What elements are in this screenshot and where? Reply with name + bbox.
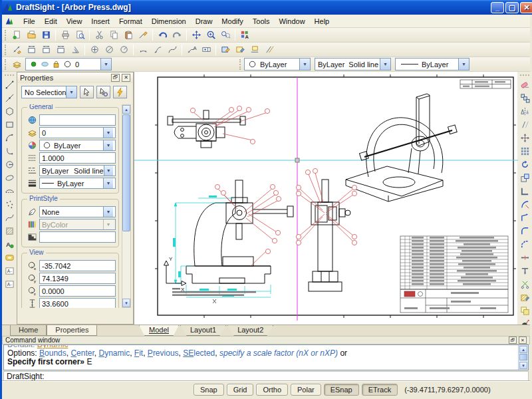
chevron-down-icon[interactable]: ▼ xyxy=(66,86,76,98)
properties-scrollbar[interactable]: ▲ ▼ xyxy=(122,104,131,308)
offset-button[interactable] xyxy=(518,118,531,131)
linestyle-combo[interactable]: ByLayer Solid line ▼ xyxy=(315,58,391,70)
chevron-down-icon[interactable]: ▼ xyxy=(458,59,469,70)
layers-manager-button[interactable] xyxy=(9,58,24,71)
menu-modify[interactable]: Modify xyxy=(217,16,247,27)
arc-button[interactable] xyxy=(3,131,16,144)
properties-header[interactable]: Properties 🗗 ✕ xyxy=(17,72,133,83)
linescale-field[interactable]: 1.0000 xyxy=(39,152,116,164)
selection-combo[interactable]: No Selection ▼ xyxy=(21,86,77,98)
palette-tab-home[interactable]: Home xyxy=(10,325,47,336)
pattern-button[interactable] xyxy=(518,144,531,158)
curve-leader-button[interactable] xyxy=(150,43,165,57)
cmd-option-fit[interactable]: Fit xyxy=(134,348,143,358)
chevron-down-icon[interactable]: ▼ xyxy=(100,59,111,70)
open-button[interactable] xyxy=(24,29,39,42)
menu-window[interactable]: Window xyxy=(274,16,309,27)
layer-field[interactable]: 0▼ xyxy=(39,127,116,138)
chevron-down-icon[interactable]: ▼ xyxy=(299,59,310,70)
lineweight-field[interactable]: ByLayer▼ xyxy=(39,178,116,189)
cmd-option-bounds[interactable]: Bounds xyxy=(39,348,66,358)
chevron-down-icon[interactable]: ▼ xyxy=(380,59,390,70)
trim-button[interactable] xyxy=(518,198,531,211)
note-button[interactable]: A xyxy=(3,237,16,251)
angular-dimension-button[interactable] xyxy=(68,43,82,57)
chevron-down-icon[interactable]: ▼ xyxy=(103,178,113,188)
simple-note-button[interactable]: A xyxy=(3,277,16,291)
property-painter-button[interactable] xyxy=(136,29,150,42)
center-z-field[interactable]: 0.0000 xyxy=(39,285,116,297)
toolbar-grip[interactable] xyxy=(5,74,14,76)
insert-picture-button[interactable] xyxy=(3,251,16,264)
oblique-dimension-button[interactable] xyxy=(262,43,277,57)
status-snap-button[interactable]: Snap xyxy=(194,384,224,396)
scroll-up-icon[interactable]: ▲ xyxy=(122,105,130,114)
pan-button[interactable] xyxy=(189,29,203,42)
rectangle-button[interactable] xyxy=(3,118,16,131)
command-history[interactable]: Default: Dynamic Options: Bounds, Center… xyxy=(3,344,529,370)
menu-help[interactable]: Help xyxy=(310,16,334,27)
scrollbar-thumb[interactable] xyxy=(122,114,130,231)
chamfer-button[interactable] xyxy=(518,237,531,251)
edit-dimension-button[interactable] xyxy=(218,43,233,57)
scrollbar-thumb[interactable] xyxy=(519,354,527,360)
toolbar-grip[interactable] xyxy=(520,74,529,76)
printstyle-field[interactable]: None▼ xyxy=(39,206,116,217)
cmd-option-dynamic[interactable]: Dynamic xyxy=(98,348,130,358)
maximize-button[interactable]: ▢ xyxy=(505,2,519,13)
linestyle-field[interactable]: ByLayerSolid line▼ xyxy=(39,165,116,176)
color-field[interactable]: ByLayer▼ xyxy=(39,140,116,151)
polygon-button[interactable] xyxy=(3,104,16,118)
weld-button[interactable] xyxy=(518,251,531,264)
status-grid-button[interactable]: Grid xyxy=(227,384,254,396)
chevron-down-icon[interactable]: ▼ xyxy=(104,166,113,176)
ellipse-arc-button[interactable] xyxy=(3,184,16,198)
layer-combo[interactable]: 0 ▼ xyxy=(25,58,112,70)
menu-insert[interactable]: Insert xyxy=(86,16,114,27)
zoom-previous-button[interactable] xyxy=(218,29,233,42)
menu-draw[interactable]: Draw xyxy=(191,16,217,27)
quick-select-button[interactable] xyxy=(113,86,127,98)
power-trim-button[interactable] xyxy=(518,264,531,277)
minimize-button[interactable]: _ xyxy=(491,2,504,13)
chevron-down-icon[interactable]: ▼ xyxy=(103,140,113,150)
menu-edit[interactable]: Edit xyxy=(40,16,62,27)
toolbar-grip[interactable] xyxy=(5,45,8,55)
close-button[interactable]: ✕ xyxy=(520,2,532,13)
status-etrack-button[interactable]: ETrack xyxy=(362,384,398,396)
move-button[interactable] xyxy=(518,131,531,144)
hyperlink-field[interactable] xyxy=(39,114,116,126)
rotate-button[interactable] xyxy=(518,158,531,171)
mirror-button[interactable] xyxy=(518,104,531,118)
layout-tab-model[interactable]: Model xyxy=(139,325,179,336)
new-button[interactable] xyxy=(9,29,24,42)
jogged-dimension-button[interactable] xyxy=(165,43,180,57)
status-polar-button[interactable]: Polar xyxy=(291,384,321,396)
delete-button[interactable] xyxy=(518,78,531,91)
copy-button[interactable] xyxy=(106,29,121,42)
redo-button[interactable] xyxy=(170,29,184,42)
toolbar-grip[interactable] xyxy=(5,30,8,41)
close-palette-icon[interactable]: ✕ xyxy=(122,74,130,82)
menu-tools[interactable]: Tools xyxy=(248,16,275,27)
cmd-option-selected[interactable]: SElected xyxy=(183,348,215,358)
ellipse-button[interactable] xyxy=(3,171,16,184)
leader-note-button[interactable]: A xyxy=(184,43,199,57)
cmd-option-previous[interactable]: Previous xyxy=(148,348,179,358)
layout-tab-layout2[interactable]: Layout2 xyxy=(227,325,273,336)
ordinate-dimension-button[interactable] xyxy=(53,43,68,57)
text-style-button[interactable]: A xyxy=(237,29,252,42)
view-height-field[interactable]: 33.6600 xyxy=(39,298,116,308)
center-x-field[interactable]: -35.7042 xyxy=(39,260,116,271)
center-y-field[interactable]: 74.1349 xyxy=(39,273,116,284)
cmd-option-center[interactable]: Center xyxy=(70,348,94,358)
float-palette-icon[interactable]: 🗗 xyxy=(111,74,120,82)
select-entities-button[interactable] xyxy=(80,86,94,98)
edit-dimension-text-button[interactable] xyxy=(233,43,247,57)
color-combo[interactable]: ByLayer ▼ xyxy=(244,58,311,70)
fillet-button[interactable] xyxy=(518,224,531,237)
scroll-up-icon[interactable]: ▲ xyxy=(519,346,527,353)
copy-entity-button[interactable] xyxy=(518,91,531,104)
lineweight-combo[interactable]: ByLayer ▼ xyxy=(395,58,469,70)
save-button[interactable] xyxy=(39,29,53,42)
